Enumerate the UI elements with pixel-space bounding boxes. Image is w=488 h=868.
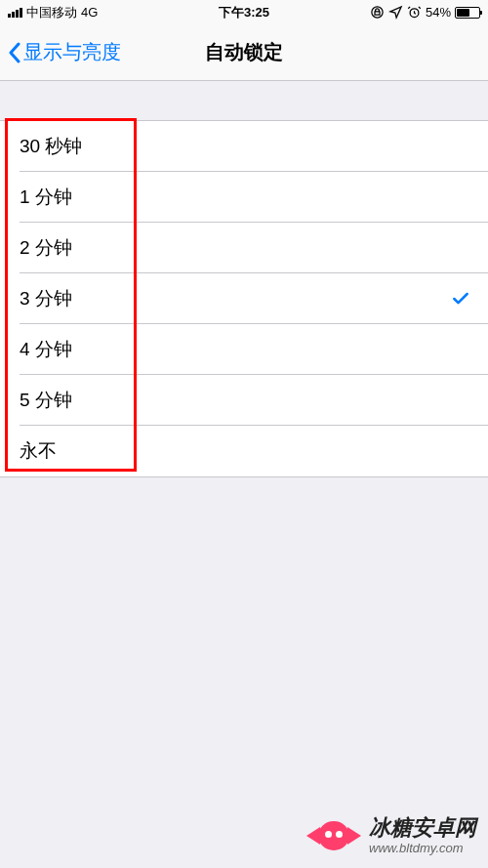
option-label: 4 分钟	[20, 337, 72, 362]
option-label: 30 秒钟	[20, 134, 82, 159]
checkmark-icon	[451, 289, 470, 309]
status-bar: 中国移动 4G 下午3:25 54%	[0, 0, 488, 24]
option-label: 1 分钟	[20, 185, 72, 210]
signal-icon	[8, 8, 22, 18]
option-row[interactable]: 3 分钟	[0, 273, 488, 324]
watermark-url: www.bltdmy.com	[369, 841, 476, 856]
option-label: 永不	[20, 438, 57, 464]
status-left: 中国移动 4G	[8, 4, 98, 21]
option-row[interactable]: 1 分钟	[0, 172, 488, 223]
watermark: 冰糖安卓网 www.bltdmy.com	[306, 815, 476, 856]
orientation-lock-icon	[370, 5, 385, 20]
status-time: 下午3:25	[219, 4, 269, 21]
network-label: 4G	[81, 5, 98, 20]
option-label: 3 分钟	[20, 286, 72, 311]
candy-icon	[306, 817, 361, 854]
option-label: 2 分钟	[20, 235, 72, 261]
watermark-name: 冰糖安卓网	[369, 815, 476, 841]
carrier-label: 中国移动	[26, 4, 77, 21]
option-row[interactable]: 4 分钟	[0, 324, 488, 375]
back-label: 显示与亮度	[23, 39, 121, 65]
option-row[interactable]: 2 分钟	[0, 223, 488, 273]
status-right: 54%	[370, 5, 480, 20]
alarm-icon	[407, 5, 422, 20]
option-row[interactable]: 永不	[0, 426, 488, 476]
back-button[interactable]: 显示与亮度	[8, 39, 121, 65]
options-list: 30 秒钟1 分钟2 分钟3 分钟4 分钟5 分钟永不	[0, 120, 488, 477]
battery-percent: 54%	[426, 5, 451, 20]
option-row[interactable]: 30 秒钟	[0, 121, 488, 172]
location-icon	[388, 5, 403, 20]
option-label: 5 分钟	[20, 388, 72, 413]
page-title: 自动锁定	[205, 39, 283, 65]
battery-icon	[455, 7, 480, 19]
nav-bar: 显示与亮度 自动锁定	[0, 24, 488, 81]
option-row[interactable]: 5 分钟	[0, 375, 488, 426]
chevron-left-icon	[8, 42, 21, 63]
